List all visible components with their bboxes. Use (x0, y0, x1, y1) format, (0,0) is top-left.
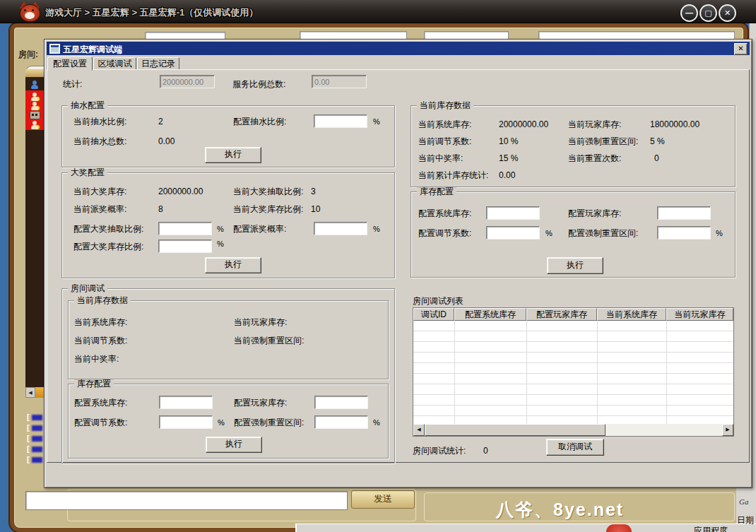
debug-list-body (413, 321, 733, 424)
room-adjust-label: 当前调节系数: (74, 336, 127, 345)
scroll-left-icon[interactable]: ◀ (25, 387, 35, 398)
cfg-adjust-input[interactable] (486, 226, 540, 240)
current-pump-total-value: 0.00 (158, 137, 175, 146)
send-button[interactable]: 发送 (351, 490, 415, 509)
scroll-track[interactable] (606, 424, 722, 436)
jackpot-group-title: 大奖配置 (68, 168, 107, 177)
background-app-icon (606, 524, 632, 532)
room-label: 房间: (18, 49, 38, 61)
debug-stats-value: 0 (483, 447, 488, 456)
cur-adjust-label: 当前调节系数: (418, 137, 471, 146)
close-icon[interactable]: ✕ (734, 43, 748, 55)
robot-icon (30, 111, 40, 119)
scroll-track[interactable] (35, 387, 44, 398)
room-config-force-label: 配置强制重置区间: (234, 418, 304, 427)
pump-execute-button[interactable]: 执行 (205, 147, 261, 163)
dialog-title: 五星宏辉调试端 (63, 44, 122, 56)
pump-group: 抽水配置 当前抽水比例: 2 配置抽水比例: % 当前抽水总数: 0.00 执行 (61, 105, 395, 167)
jackpot-execute-button[interactable]: 执行 (205, 257, 261, 273)
room-config-force-input[interactable] (314, 415, 368, 429)
cfg-player-label: 配置玩家库存: (568, 209, 621, 218)
room-sys-label: 当前系统库存: (74, 318, 127, 327)
close-icon[interactable]: ✕ (719, 4, 736, 22)
pump-group-title: 抽水配置 (68, 101, 107, 110)
dialog-titlebar[interactable]: 五星宏辉调试端 ✕ (47, 42, 750, 55)
player-list[interactable] (25, 77, 44, 390)
cancel-debug-button[interactable]: 取消调试 (546, 439, 604, 456)
room-config-adjust-label: 配置调节系数: (74, 418, 127, 427)
cfg-sys-label: 配置系统库存: (418, 209, 471, 218)
cfg-force-input[interactable] (657, 226, 711, 240)
column-header[interactable]: 配置玩家库存 (526, 308, 597, 321)
jackpot-config-prob-input[interactable] (314, 222, 367, 235)
chat-input[interactable] (25, 491, 348, 510)
room-debug-group-title: 房间调试 (68, 284, 107, 293)
breadcrumb: 游戏大厅 > 五星宏辉 > 五星宏辉-1（仅供调试使用） (45, 6, 258, 19)
cur-sys-value: 20000000.00 (499, 120, 548, 129)
room-debug-inventory-group: 当前库存数据 当前系统库存: 当前玩家库存: 当前调节系数: 当前强制重置区间:… (68, 300, 389, 379)
cur-adjust-value: 10 % (499, 137, 518, 146)
percent-sign: % (373, 418, 380, 427)
column-header[interactable]: 当前系统库存 (597, 308, 666, 321)
player-clock-icon (30, 101, 39, 110)
jackpot-stock-ratio-value: 10 (311, 205, 320, 214)
debug-list-header: 调试ID 配置系统库存 配置玩家库存 当前系统库存 当前玩家库存 (413, 308, 733, 321)
cur-total-value: 0.00 (499, 171, 515, 180)
room-config-sys-label: 配置系统库存: (74, 398, 127, 408)
lobby-scrollbar[interactable]: ◀ (25, 387, 44, 398)
cur-reset-value: 0 (654, 154, 659, 163)
tab-region-debug[interactable]: 区域调试 (93, 57, 136, 69)
percent-sign: % (217, 225, 224, 233)
dialog-icon (49, 44, 60, 54)
jackpot-config-draw-input[interactable] (158, 222, 212, 235)
cfg-player-input[interactable] (657, 206, 711, 220)
room-force-label: 当前强制重置区间: (234, 336, 304, 345)
stats-input (160, 75, 215, 88)
column-header[interactable]: 配置系统库存 (454, 308, 526, 321)
background-window-bottom (295, 524, 756, 532)
maximize-icon[interactable]: ▢ (699, 4, 717, 22)
inventory-config-group: 库存配置 配置系统库存: 配置玩家库存: 配置调节系数: % 配置强制重置区间:… (411, 191, 736, 278)
table-h-scrollbar[interactable]: ◀ ▶ (413, 424, 733, 436)
room-config-player-input[interactable] (314, 396, 368, 409)
cur-player-value: 18000000.00 (650, 120, 699, 129)
chat-line: [ (27, 445, 42, 453)
scroll-right-icon[interactable]: ▶ (722, 424, 733, 436)
inventory-config-execute-button[interactable]: 执行 (547, 257, 603, 274)
room-debug-execute-button[interactable]: 执行 (206, 437, 262, 453)
player-clock-icon (30, 92, 39, 101)
percent-sign: % (373, 225, 380, 233)
room-config-sys-input[interactable] (159, 396, 213, 409)
minimize-icon[interactable]: — (680, 4, 698, 22)
scroll-thumb[interactable] (425, 424, 606, 436)
room-debug-group: 房间调试 当前库存数据 当前系统库存: 当前玩家库存: 当前调节系数: 当前强制… (61, 288, 395, 463)
scroll-left-icon[interactable]: ◀ (413, 424, 425, 436)
background-text-ga: Ga (739, 497, 748, 506)
chat-line: [ (27, 424, 42, 432)
chat-line: [ (27, 456, 42, 463)
cfg-sys-input[interactable] (486, 206, 540, 220)
column-header[interactable]: 当前玩家库存 (666, 308, 733, 321)
service-ratio-input (312, 75, 367, 88)
cur-win-label: 当前中奖率: (418, 154, 463, 163)
config-pump-ratio-input[interactable] (314, 114, 367, 128)
room-config-adjust-input[interactable] (159, 415, 213, 429)
config-pump-ratio-label: 配置抽水比例: (233, 117, 286, 126)
jackpot-stock-label: 当前大奖库存: (73, 187, 126, 196)
jackpot-config-prob-label: 配置派奖概率: (233, 225, 286, 234)
app-titlebar[interactable]: 游戏大厅 > 五星宏辉 > 五星宏辉-1（仅供调试使用） — ▢ ✕ (0, 0, 756, 23)
jackpot-config-stock-ratio-input[interactable] (158, 240, 212, 253)
debug-list-table[interactable]: 调试ID 配置系统库存 配置玩家库存 当前系统库存 当前玩家库存 ◀ ▶ (413, 307, 734, 437)
tab-config[interactable]: 配置设置 (47, 57, 93, 71)
percent-sign: % (218, 418, 225, 427)
background-text-date: 日期 (737, 514, 754, 526)
cur-sys-label: 当前系统库存: (418, 120, 471, 129)
room-config-player-label: 配置玩家库存: (234, 398, 287, 408)
inventory-config-title: 库存配置 (417, 187, 456, 196)
current-inventory-title: 当前库存数据 (417, 101, 473, 110)
room-debug-config-group: 库存配置 配置系统库存: 配置玩家库存: 配置调节系数: % 配置强制重置区间:… (68, 384, 389, 459)
cur-total-label: 当前累计库存统计: (418, 171, 488, 180)
column-header[interactable]: 调试ID (413, 308, 454, 321)
tab-log[interactable]: 日志记录 (137, 57, 179, 69)
cur-force-label: 当前强制重置区间: (568, 137, 638, 146)
